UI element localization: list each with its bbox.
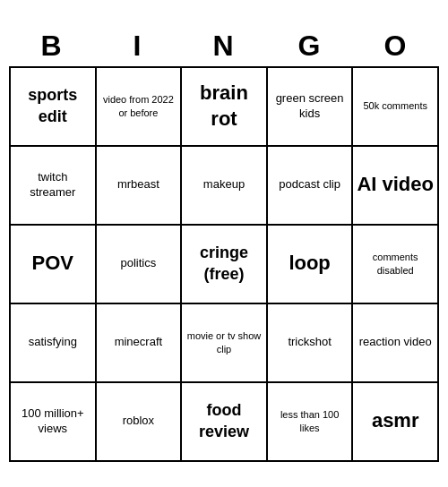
header-g: G bbox=[267, 26, 353, 66]
bingo-cell[interactable]: video from 2022 or before bbox=[97, 68, 183, 147]
bingo-cell[interactable]: movie or tv show clip bbox=[182, 304, 268, 383]
bingo-cell[interactable]: 100 million+ views bbox=[11, 383, 97, 462]
bingo-cell[interactable]: 50k comments bbox=[353, 68, 439, 147]
bingo-cell[interactable]: asmr bbox=[353, 383, 439, 462]
bingo-card: B I N G O sports editvideo from 2022 or … bbox=[9, 26, 439, 462]
bingo-cell[interactable]: brain rot bbox=[182, 68, 268, 147]
bingo-grid: sports editvideo from 2022 or beforebrai… bbox=[9, 66, 439, 462]
bingo-cell[interactable]: loop bbox=[268, 226, 354, 304]
bingo-cell[interactable]: mrbeast bbox=[97, 147, 183, 226]
bingo-cell[interactable]: less than 100 likes bbox=[268, 383, 354, 462]
header-o: O bbox=[353, 26, 439, 66]
bingo-cell[interactable]: sports edit bbox=[11, 68, 97, 147]
bingo-cell[interactable]: cringe (free) bbox=[182, 226, 268, 304]
bingo-cell[interactable]: roblox bbox=[97, 383, 183, 462]
bingo-cell[interactable]: food review bbox=[182, 383, 268, 462]
bingo-cell[interactable]: trickshot bbox=[268, 304, 354, 383]
bingo-cell[interactable]: politics bbox=[97, 226, 183, 304]
bingo-header: B I N G O bbox=[9, 26, 439, 66]
bingo-cell[interactable]: POV bbox=[11, 226, 97, 304]
bingo-cell[interactable]: podcast clip bbox=[268, 147, 354, 226]
bingo-cell[interactable]: reaction video bbox=[353, 304, 439, 383]
bingo-cell[interactable]: minecraft bbox=[97, 304, 183, 383]
header-i: I bbox=[95, 26, 181, 66]
bingo-cell[interactable]: green screen kids bbox=[268, 68, 354, 147]
bingo-cell[interactable]: comments disabled bbox=[353, 226, 439, 304]
bingo-cell[interactable]: makeup bbox=[182, 147, 268, 226]
bingo-cell[interactable]: satisfying bbox=[11, 304, 97, 383]
header-n: N bbox=[181, 26, 267, 66]
bingo-cell[interactable]: twitch streamer bbox=[11, 147, 97, 226]
bingo-cell[interactable]: AI video bbox=[353, 147, 439, 226]
header-b: B bbox=[9, 26, 95, 66]
